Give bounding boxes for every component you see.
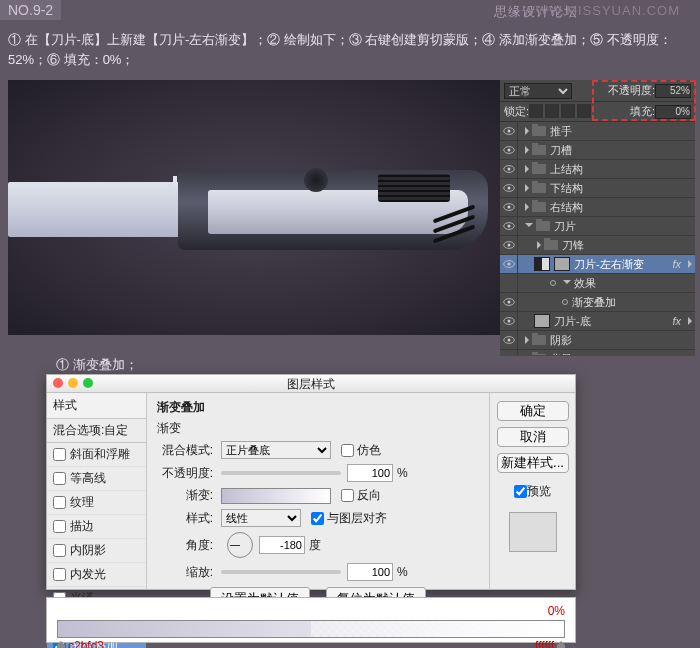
layer-label: 下结构: [550, 181, 583, 196]
layer-label: 刀片: [554, 219, 576, 234]
dialog-title-bar[interactable]: 图层样式: [47, 375, 575, 393]
visibility-toggle[interactable]: [500, 350, 518, 355]
layer-row[interactable]: 下结构: [500, 179, 695, 198]
style-option[interactable]: 内阴影: [47, 539, 146, 563]
dither-checkbox[interactable]: 仿色: [341, 442, 381, 459]
step-instructions: ① 在【刀片-底】上新建【刀片-左右渐变】；② 绘制如下；③ 右键创建剪切蒙版；…: [8, 30, 692, 70]
visibility-toggle[interactable]: [500, 255, 518, 273]
layer-label: 上结构: [550, 162, 583, 177]
angle-input[interactable]: [259, 536, 305, 554]
angle-dial[interactable]: [227, 532, 253, 558]
layer-list[interactable]: 推手刀槽上结构下结构右结构刀片刀锋刀片-左右渐变fx效果渐变叠加刀片-底fx阴影…: [500, 122, 695, 355]
fill-input[interactable]: [655, 105, 691, 119]
visibility-toggle[interactable]: [500, 312, 518, 330]
svg-point-9: [507, 206, 510, 209]
layer-row[interactable]: 上结构: [500, 160, 695, 179]
blending-options-row[interactable]: 混合选项:自定: [47, 419, 146, 443]
ls-opacity-input[interactable]: [347, 464, 393, 482]
layer-row[interactable]: 刀锋: [500, 236, 695, 255]
gradient-top-right: 0%: [548, 604, 565, 618]
folder-icon: [532, 145, 546, 155]
layer-row[interactable]: 渐变叠加: [500, 293, 695, 312]
layer-row[interactable]: 效果: [500, 274, 695, 293]
opacity-label: 不透明度:: [608, 83, 655, 98]
style-label: 样式:: [157, 510, 213, 527]
ok-button[interactable]: 确定: [497, 401, 569, 421]
section-subtitle: 渐变: [157, 420, 479, 437]
style-option[interactable]: 斜面和浮雕: [47, 443, 146, 467]
preview-swatch: [509, 512, 557, 552]
layer-row[interactable]: 右结构: [500, 198, 695, 217]
scale-input[interactable]: [347, 563, 393, 581]
blend-mode-dropdown[interactable]: 正片叠底: [221, 441, 331, 459]
watermark-url: WWW.MISSYUAN.COM: [522, 3, 680, 18]
visibility-toggle[interactable]: [500, 274, 518, 292]
visibility-toggle[interactable]: [500, 179, 518, 197]
layer-label: 刀槽: [550, 143, 572, 158]
window-controls[interactable]: [53, 378, 93, 388]
step-badge: NO.9-2: [0, 0, 61, 20]
gradient-swatch[interactable]: [221, 488, 331, 504]
mask-thumb: [534, 257, 550, 271]
style-option[interactable]: 描边: [47, 515, 146, 539]
visibility-toggle[interactable]: [500, 160, 518, 178]
style-option[interactable]: 等高线: [47, 467, 146, 491]
layer-row[interactable]: 刀片-底fx: [500, 312, 695, 331]
visibility-toggle[interactable]: [500, 198, 518, 216]
canvas-preview: [8, 80, 501, 335]
svg-point-17: [507, 301, 510, 304]
visibility-toggle[interactable]: [500, 141, 518, 159]
visibility-toggle[interactable]: [500, 122, 518, 140]
color-stop-right[interactable]: ffffff: [535, 639, 565, 648]
opacity-slider[interactable]: [221, 471, 341, 475]
folder-icon: [532, 202, 546, 212]
scale-slider[interactable]: [221, 570, 341, 574]
layer-label: 渐变叠加: [572, 295, 616, 310]
visibility-toggle[interactable]: [500, 331, 518, 349]
angle-unit: 度: [309, 537, 321, 554]
style-option[interactable]: 内发光: [47, 563, 146, 587]
percent-unit: %: [397, 565, 408, 579]
color-stop-left[interactable]: c2bfd3: [57, 639, 104, 648]
layer-label: 效果: [574, 276, 596, 291]
percent-unit: %: [397, 466, 408, 480]
lock-icons[interactable]: [529, 104, 593, 120]
cancel-button[interactable]: 取消: [497, 427, 569, 447]
layer-label: 刀片-底: [554, 314, 591, 329]
gradient-label: 渐变:: [157, 487, 213, 504]
layer-row[interactable]: 刀片: [500, 217, 695, 236]
fx-indicator[interactable]: fx: [672, 258, 681, 270]
dialog-button-pane: 确定 取消 新建样式... 预览: [489, 393, 575, 590]
style-option[interactable]: 纹理: [47, 491, 146, 515]
layer-label: 右结构: [550, 200, 583, 215]
style-dropdown[interactable]: 线性: [221, 509, 301, 527]
visibility-toggle[interactable]: [500, 236, 518, 254]
dialog-title: 图层样式: [287, 377, 335, 391]
style-list-header: 样式: [47, 393, 146, 419]
gradient-bar[interactable]: [57, 620, 565, 638]
layer-thumb: [554, 257, 570, 271]
layer-row[interactable]: 阴影: [500, 331, 695, 350]
layer-style-dialog: 图层样式 样式 混合选项:自定 斜面和浮雕等高线纹理描边内阴影内发光光泽颜色叠加…: [46, 374, 576, 590]
folder-icon: [532, 183, 546, 193]
opacity-input[interactable]: [655, 84, 691, 98]
step-caption-2: ① 渐变叠加；: [56, 356, 138, 374]
svg-point-15: [507, 263, 510, 266]
layer-row[interactable]: 推手: [500, 122, 695, 141]
new-style-button[interactable]: 新建样式...: [497, 453, 569, 473]
preview-checkbox[interactable]: 预览: [514, 483, 551, 500]
blend-mode-select[interactable]: 正常: [504, 83, 572, 99]
folder-icon: [544, 240, 558, 250]
align-checkbox[interactable]: 与图层对齐: [311, 510, 387, 527]
svg-point-19: [507, 320, 510, 323]
layer-row[interactable]: 背景: [500, 350, 695, 355]
layers-panel: 正常 不透明度: 锁定: 填充: 推手刀槽上结构下结构右结构刀片刀锋刀片-左右渐…: [500, 80, 695, 356]
fx-indicator[interactable]: fx: [672, 315, 681, 327]
visibility-toggle[interactable]: [500, 293, 518, 311]
layer-label: 刀片-左右渐变: [574, 257, 644, 272]
visibility-toggle[interactable]: [500, 217, 518, 235]
reverse-checkbox[interactable]: 反向: [341, 487, 381, 504]
layer-row[interactable]: 刀片-左右渐变fx: [500, 255, 695, 274]
layer-row[interactable]: 刀槽: [500, 141, 695, 160]
lock-label: 锁定:: [504, 104, 529, 119]
